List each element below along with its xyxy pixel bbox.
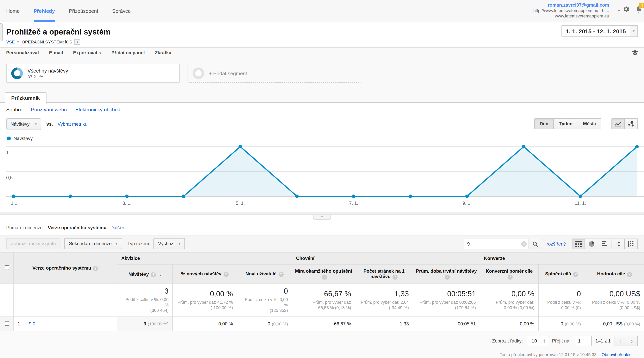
granularity-day[interactable]: Den: [534, 118, 554, 129]
help-icon[interactable]: ?: [627, 272, 632, 277]
notifications-button[interactable]: 1: [635, 6, 642, 13]
line-chart-button[interactable]: [612, 118, 625, 129]
column-header-new-users[interactable]: Noví uživatelé?: [237, 264, 292, 284]
comparison-view-button[interactable]: [612, 238, 625, 249]
trend-line-chart[interactable]: 10,51...3. 1.5. 1.7. 1.9. 1.11. 1.: [0, 143, 644, 209]
row-checkbox-cell: [0, 317, 13, 331]
segments-area: Všechny návštěvy 37,21 % + Přidat segmen…: [0, 58, 644, 90]
plot-rows-button[interactable]: Zobrazit řádky v grafu: [6, 238, 60, 249]
goto-page-input[interactable]: [574, 336, 592, 346]
refresh-report-link[interactable]: Obnovit přehled: [602, 352, 632, 357]
granularity-month[interactable]: Měsíc: [578, 118, 602, 129]
motion-chart-button[interactable]: [625, 118, 638, 129]
table-view-button[interactable]: [572, 238, 585, 249]
add-to-dashboard-button[interactable]: Přidat na panel: [112, 50, 145, 56]
breadcrumb-all-link[interactable]: VŠE: [6, 40, 15, 44]
export-button[interactable]: Exportovat ▾: [73, 50, 101, 56]
segment-percentage: 37,21 %: [28, 74, 68, 79]
chart-collapse-handle[interactable]: ▾: [313, 215, 331, 220]
rows-per-page-label: Zobrazit řádky:: [492, 338, 523, 344]
account-info[interactable]: roman.zavrel97@gmail.com http://www.lete…: [533, 2, 609, 19]
rows-per-page-select[interactable]: 10 ▲▼: [527, 336, 548, 346]
cell-conversion-rate: 0,00 %: [480, 317, 538, 331]
dimension-more-link[interactable]: Další ▾: [110, 225, 124, 230]
column-header-avg-duration[interactable]: Prům. doba trvání návštěvy?: [413, 264, 480, 284]
primary-dimension-bar: Primární dimenze: Verze operačního systé…: [0, 220, 644, 235]
breadcrumb-dropdown-icon[interactable]: ▾: [74, 39, 80, 45]
select-spinner-icon: ▲▼: [543, 338, 548, 343]
help-icon[interactable]: ?: [392, 275, 398, 280]
date-range-selector[interactable]: 1. 1. 2015 - 12. 1. 2015 ▾: [562, 25, 638, 37]
column-header-goal-completions[interactable]: Splnění cílů?: [538, 264, 585, 284]
help-icon[interactable]: ?: [224, 272, 228, 277]
select-all-checkbox[interactable]: [4, 265, 9, 270]
cell-goal-value: 0,00 US$(0,00 %): [585, 317, 644, 331]
account-email[interactable]: roman.zavrel97@gmail.com: [533, 2, 609, 8]
column-header-visits[interactable]: Návštěvy?↓: [117, 264, 172, 284]
breadcrumb: VŠE » OPERAČNÍ SYSTÉM: iOS ▾: [6, 39, 638, 45]
add-segment-label: + Přidat segment: [209, 70, 247, 76]
notification-count-badge: 1: [639, 3, 644, 9]
sort-type-dropdown[interactable]: Výchozí ▾: [154, 238, 185, 249]
column-header-goal-value[interactable]: Hodnota cíle?: [585, 264, 644, 284]
column-header-pages-per-visit[interactable]: Počet stránek na 1 návštěvu?: [355, 264, 413, 284]
email-button[interactable]: E-mail: [49, 50, 63, 56]
nav-reporting[interactable]: Přehledy: [34, 0, 55, 22]
subtab-summary[interactable]: Souhrn: [6, 107, 22, 113]
education-button[interactable]: [632, 50, 638, 56]
help-icon[interactable]: ?: [508, 275, 513, 280]
shortcut-button[interactable]: Zkratka: [155, 50, 171, 56]
pivot-view-button[interactable]: [625, 238, 638, 249]
help-icon[interactable]: ?: [573, 272, 578, 277]
column-header-conversion-rate[interactable]: Konverzní poměr cíle?: [480, 264, 538, 284]
help-icon[interactable]: ?: [93, 266, 98, 271]
granularity-week[interactable]: Týden: [554, 118, 578, 129]
granularity-switch: Den Týden Měsíc: [534, 118, 602, 129]
dimension-column-header[interactable]: Verze operačního systému?: [13, 252, 117, 284]
segment-donut-icon: [11, 68, 23, 79]
advanced-search-link[interactable]: rozšířený: [546, 241, 566, 247]
gear-icon: [622, 6, 630, 13]
select-metric-link[interactable]: Vybrat metriku: [58, 121, 88, 127]
search-button[interactable]: [529, 239, 542, 249]
search-input[interactable]: [464, 241, 518, 247]
next-page-button[interactable]: ›: [626, 336, 638, 346]
column-header-new-visits[interactable]: % nových návštěv?: [172, 264, 237, 284]
row-dimension-link[interactable]: 9.0: [29, 321, 35, 326]
help-icon[interactable]: ?: [322, 275, 327, 280]
help-icon[interactable]: ?: [445, 275, 450, 280]
nav-home[interactable]: Home: [6, 0, 20, 22]
legend-series-dot-icon: [7, 137, 11, 140]
date-range-caret-icon: ▾: [630, 26, 638, 37]
customize-button[interactable]: Personalizovat: [6, 50, 39, 56]
segment-all-visits[interactable]: Všechny návštěvy 37,21 %: [6, 64, 180, 83]
nav-customization[interactable]: Přizpůsobení: [69, 0, 98, 22]
cell-avg-duration: 00:05:51: [413, 317, 480, 331]
previous-page-button[interactable]: ‹: [614, 336, 626, 346]
secondary-dimension-dropdown[interactable]: Sekundární dimenze ▾: [64, 238, 122, 249]
cell-pages-per-visit: 1,33: [355, 317, 413, 331]
export-caret-icon: ▾: [98, 51, 101, 55]
settings-button[interactable]: [622, 6, 630, 13]
help-icon[interactable]: ?: [151, 272, 156, 277]
nav-admin[interactable]: Správce: [112, 0, 130, 22]
dimension-os-version[interactable]: Verze operačního systému: [48, 225, 106, 230]
subtab-site-usage[interactable]: Používání webu: [31, 107, 67, 113]
chart-scrollbar[interactable]: [0, 212, 644, 215]
performance-view-button[interactable]: [598, 238, 612, 249]
pie-view-icon: [588, 241, 594, 247]
column-header-bounce-rate[interactable]: Míra okamžitého opuštění?: [292, 264, 355, 284]
clear-search-icon[interactable]: ×: [521, 241, 526, 247]
account-dropdown-caret-icon[interactable]: ▾: [618, 9, 620, 13]
add-segment-button[interactable]: + Přidat segment: [188, 64, 361, 83]
help-icon[interactable]: ?: [278, 272, 284, 277]
subtab-ecommerce[interactable]: Elektronický obchod: [75, 107, 120, 113]
metric-selector-value: Návštěvy: [10, 121, 30, 127]
percentage-view-button[interactable]: [585, 238, 598, 249]
svg-text:9. 1.: 9. 1.: [462, 201, 472, 206]
tab-explorer[interactable]: Průzkumník: [5, 92, 46, 104]
date-range-value: 1. 1. 2015 - 12. 1. 2015: [562, 28, 630, 34]
goto-page-label: Přejít na:: [552, 338, 570, 344]
metric-selector[interactable]: Návštěvy ▾: [6, 118, 41, 130]
row-checkbox[interactable]: [4, 321, 9, 326]
